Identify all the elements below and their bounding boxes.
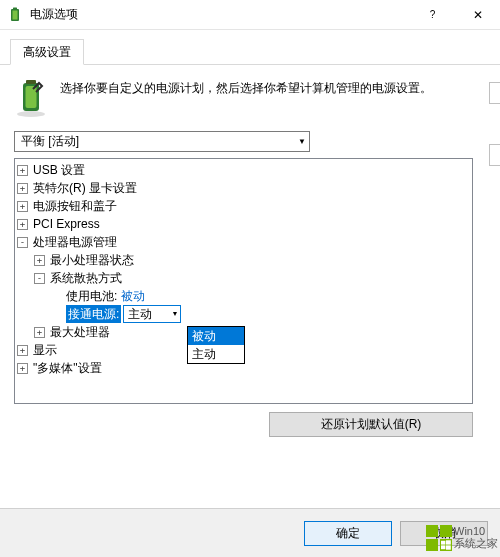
dialog-footer: 确定 取消 (0, 508, 500, 557)
setting-key-selected: 接通电源: (66, 305, 121, 323)
tree-node-power-buttons[interactable]: + 电源按钮和盖子 (17, 197, 470, 215)
expand-icon[interactable]: + (17, 183, 28, 194)
titlebar: 电源选项 ? ✕ (0, 0, 500, 30)
tree-node-intel-gfx[interactable]: + 英特尔(R) 显卡设置 (17, 179, 470, 197)
tree-node-min-proc-state[interactable]: + 最小处理器状态 (34, 251, 470, 269)
expand-icon[interactable]: + (17, 363, 28, 374)
restore-defaults-button[interactable]: 还原计划默认值(R) (269, 412, 473, 437)
close-button[interactable]: ✕ (455, 0, 500, 30)
tree-node-cooling-battery[interactable]: 使用电池: 被动 (51, 287, 470, 305)
header-text: 选择你要自定义的电源计划，然后选择你希望计算机管理的电源设置。 (60, 77, 432, 98)
svg-rect-2 (13, 10, 18, 19)
ok-button[interactable]: 确定 (304, 521, 392, 546)
setting-value-link[interactable]: 被动 (121, 287, 145, 305)
svg-rect-1 (13, 7, 17, 9)
tree-node-usb[interactable]: + USB 设置 (17, 161, 470, 179)
tab-strip: 高级设置 (0, 36, 500, 65)
dropdown-option-passive[interactable]: 被动 (188, 327, 244, 345)
settings-tree[interactable]: + USB 设置 + 英特尔(R) 显卡设置 + 电源按钮和盖子 (14, 158, 473, 404)
tab-advanced[interactable]: 高级设置 (10, 39, 84, 65)
header-row: 选择你要自定义的电源计划，然后选择你希望计算机管理的电源设置。 (14, 77, 486, 117)
expand-icon[interactable]: + (17, 201, 28, 212)
tree-node-cooling-plugged[interactable]: 接通电源: 主动 ▼ (51, 305, 470, 323)
tree-node-max-proc-state[interactable]: + 最大处理器 (34, 323, 470, 341)
battery-app-icon (8, 7, 24, 23)
expand-icon[interactable]: + (34, 327, 45, 338)
expand-icon[interactable]: + (17, 345, 28, 356)
power-plan-select[interactable]: 平衡 [活动] ▼ (14, 131, 310, 152)
dropdown-option-active[interactable]: 主动 (188, 345, 244, 363)
svg-rect-5 (26, 80, 36, 84)
tree-node-pci-express[interactable]: + PCI Express (17, 215, 470, 233)
chevron-down-icon: ▼ (171, 305, 178, 323)
power-options-dialog: 电源选项 ? ✕ 高级设置 选择你要自定义的电源计划，然后选择你希望计算机管理的… (0, 0, 500, 557)
setting-key: 使用电池 (66, 287, 114, 305)
background-artifact (490, 70, 500, 190)
expand-icon[interactable]: + (17, 219, 28, 230)
cooling-plugged-select[interactable]: 主动 ▼ (123, 305, 181, 323)
tab-panel: 选择你要自定义的电源计划，然后选择你希望计算机管理的电源设置。 平衡 [活动] … (0, 65, 500, 437)
expand-icon[interactable]: + (34, 255, 45, 266)
cooling-plugged-dropdown[interactable]: 被动 主动 (187, 326, 245, 364)
collapse-icon[interactable]: - (34, 273, 45, 284)
chevron-down-icon: ▼ (298, 137, 306, 146)
collapse-icon[interactable]: - (17, 237, 28, 248)
expand-icon[interactable]: + (17, 165, 28, 176)
tree-node-cooling-policy[interactable]: - 系统散热方式 (34, 269, 470, 287)
restore-row: 还原计划默认值(R) (14, 412, 473, 437)
window-title: 电源选项 (30, 6, 410, 23)
svg-point-3 (17, 111, 45, 117)
select-value: 主动 (128, 305, 152, 323)
battery-large-icon (14, 77, 48, 117)
help-button[interactable]: ? (410, 0, 455, 30)
cancel-button[interactable]: 取消 (400, 521, 488, 546)
power-plan-value: 平衡 [活动] (21, 133, 79, 150)
svg-rect-6 (26, 86, 37, 108)
tree-node-cpu-power[interactable]: - 处理器电源管理 (17, 233, 470, 251)
